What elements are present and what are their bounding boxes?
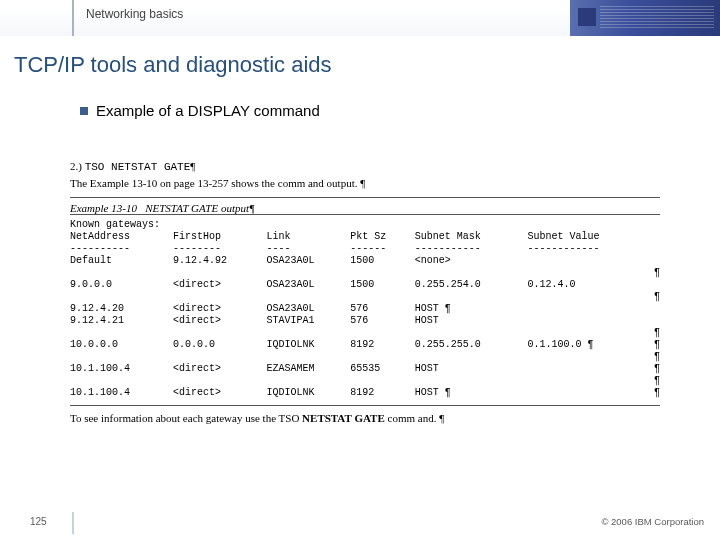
- row-pilcrow: [650, 315, 660, 327]
- table-header-row: NetAddress FirstHop Link Pkt Sz Subnet M…: [70, 231, 660, 243]
- table-cell: [70, 351, 173, 363]
- table-cell: <direct>: [173, 363, 266, 375]
- table-cell: [528, 267, 650, 279]
- table-row: 9.12.4.20<direct>OSA23A0L576HOST ¶: [70, 303, 660, 315]
- table-cell: <direct>: [173, 315, 266, 327]
- table-cell: 9.0.0.0: [70, 279, 173, 291]
- cmd-num: 2.): [70, 160, 82, 172]
- slide: Networking basics TCP/IP tools and diagn…: [0, 0, 720, 540]
- table-cell: [350, 351, 414, 363]
- table-cell: OSA23A0L: [267, 303, 351, 315]
- table-row: 9.12.4.21<direct>STAVIPA1576HOST: [70, 315, 660, 327]
- table-cell: HOST ¶: [415, 303, 528, 315]
- table-cell: <direct>: [173, 303, 266, 315]
- rule-line: [70, 214, 660, 215]
- table-cell: [350, 291, 414, 303]
- dash: --------: [173, 243, 266, 255]
- bullet-item: Example of a DISPLAY command: [80, 102, 320, 119]
- example-caption: Example 13-10 NETSTAT GATE output¶: [70, 197, 660, 214]
- table-cell: OSA23A0L: [267, 255, 351, 267]
- gateway-table: Known gateways: NetAddress FirstHop Link…: [70, 219, 660, 399]
- table-cell: [267, 375, 351, 387]
- table-cell: 0.0.0.0: [173, 339, 266, 351]
- table-cell: 8192: [350, 339, 414, 351]
- example-title-text: NETSTAT GATE output: [145, 202, 249, 214]
- table-cell: 10.0.0.0: [70, 339, 173, 351]
- table-cell: 0.1.100.0 ¶: [528, 339, 650, 351]
- table-cell: [415, 351, 528, 363]
- banner-art: [570, 0, 720, 36]
- content-area: 2.) TSO NETSTAT GATE¶ The Example 13-10 …: [70, 160, 660, 424]
- description-line: The Example 13-10 on page 13-257 shows t…: [70, 177, 660, 189]
- table-intro-row: Known gateways:: [70, 219, 660, 231]
- table-cell: 9.12.4.92: [173, 255, 266, 267]
- table-cell: HOST ¶: [415, 387, 528, 399]
- table-cell: Default: [70, 255, 173, 267]
- table-cell: <none>: [415, 255, 528, 267]
- desc-refA: 13-10 on page: [132, 177, 195, 189]
- table-cell: [350, 267, 414, 279]
- table-cell: <direct>: [173, 279, 266, 291]
- row-pilcrow: ¶: [650, 267, 660, 279]
- table-cell: [70, 375, 173, 387]
- table-cell: 0.255.255.0: [415, 339, 528, 351]
- table-cell: [528, 255, 650, 267]
- table-cell: 65535: [350, 363, 414, 375]
- table-cell: [267, 291, 351, 303]
- table-cell: STAVIPA1: [267, 315, 351, 327]
- row-pilcrow: ¶: [650, 375, 660, 387]
- table-cell: [70, 291, 173, 303]
- th-firsthop: FirstHop: [173, 231, 266, 243]
- table-cell: 1500: [350, 255, 414, 267]
- page-title: TCP/IP tools and diagnostic aids: [14, 52, 332, 78]
- row-pilcrow: ¶: [650, 339, 660, 351]
- pilcrow-icon: ¶: [190, 160, 195, 172]
- desc-pre: The Example: [70, 177, 129, 189]
- table-cell: 0.12.4.0: [528, 279, 650, 291]
- table-cell: [415, 267, 528, 279]
- table-cell: [528, 351, 650, 363]
- table-cell: [173, 291, 266, 303]
- row-pilcrow: ¶: [650, 363, 660, 375]
- table-cell: [173, 375, 266, 387]
- pilcrow-icon: ¶: [249, 202, 255, 214]
- table-cell: [528, 375, 650, 387]
- dash-p: [650, 243, 660, 255]
- table-cell: OSA23A0L: [267, 279, 351, 291]
- table-cell: [173, 327, 266, 339]
- dash: ------------: [528, 243, 650, 255]
- table-row: 9.0.0.0<direct>OSA23A0L15000.255.254.00.…: [70, 279, 660, 291]
- table-row: ¶: [70, 351, 660, 363]
- table-cell: HOST: [415, 315, 528, 327]
- table-cell: 9.12.4.21: [70, 315, 173, 327]
- table-cell: [528, 363, 650, 375]
- command-line: 2.) TSO NETSTAT GATE¶: [70, 160, 660, 173]
- footnote-cmd: NETSTAT GATE: [302, 412, 385, 424]
- table-cell: [173, 351, 266, 363]
- table-cell: <direct>: [173, 387, 266, 399]
- slide-footer: 125 © 2006 IBM Corporation: [0, 512, 720, 534]
- bullet-text: Example of a DISPLAY command: [96, 102, 320, 119]
- table-cell: 8192: [350, 387, 414, 399]
- table-cell: HOST: [415, 363, 528, 375]
- desc-refB: 13-257 shows the comm and output.: [197, 177, 357, 189]
- footnote-pre: To see information about each gateway us…: [70, 412, 299, 424]
- th-link: Link: [267, 231, 351, 243]
- th-pktsz: Pkt Sz: [350, 231, 414, 243]
- table-row: ¶: [70, 267, 660, 279]
- table-cell: [528, 303, 650, 315]
- table-cell: [415, 375, 528, 387]
- row-pilcrow: [650, 303, 660, 315]
- table-cell: [267, 267, 351, 279]
- table-intro: Known gateways:: [70, 219, 660, 231]
- dash: ----------: [70, 243, 173, 255]
- dash: ----: [267, 243, 351, 255]
- th-mask: Subnet Mask: [415, 231, 528, 243]
- table-row: ¶: [70, 291, 660, 303]
- table-cell: [528, 387, 650, 399]
- table-cell: [70, 327, 173, 339]
- table-cell: 576: [350, 303, 414, 315]
- table-cell: [173, 267, 266, 279]
- table-cell: [528, 315, 650, 327]
- table-row: ¶: [70, 327, 660, 339]
